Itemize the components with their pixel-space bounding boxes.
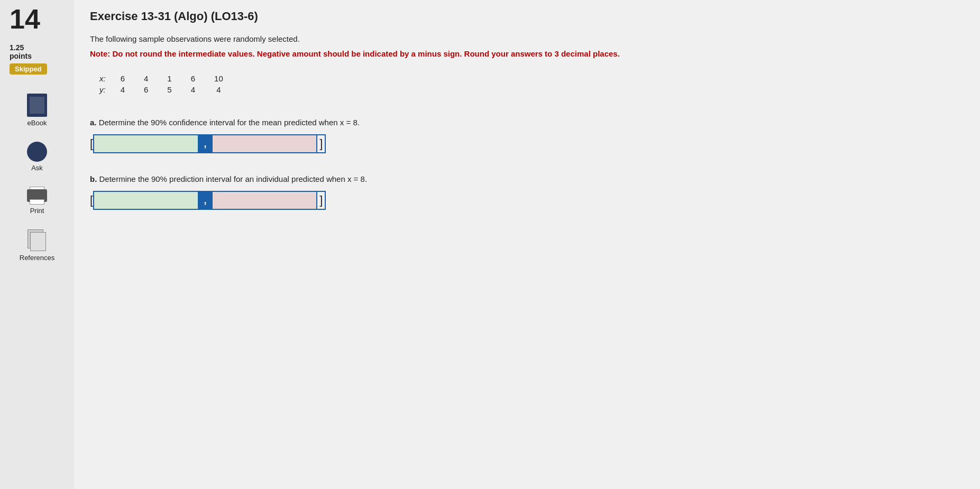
problem-note: Note: Do not round the intermediate valu… [90,48,959,60]
table-row-x: x: 6 4 1 6 10 [90,73,233,84]
exercise-title: Exercise 13-31 (Algo) (LO13-6) [90,10,959,23]
interval-row-a: [ , ] [90,134,959,153]
ask-label: Ask [31,164,43,172]
main-content: Exercise 13-31 (Algo) (LO13-6) The follo… [74,0,980,489]
ask-icon [27,142,47,162]
input-b1[interactable] [93,191,199,210]
sidebar: 14 1.25 points Skipped eBook Ask [0,0,74,489]
x-val-3: 1 [158,73,181,84]
points-label: points [10,52,47,60]
x-label: x: [90,73,111,84]
x-val-1: 6 [111,73,134,84]
print-label: Print [30,207,44,215]
y-val-2: 6 [134,84,158,95]
data-table: x: 6 4 1 6 10 y: 4 6 5 4 4 [90,73,233,95]
sidebar-item-ask[interactable]: Ask [27,142,47,172]
points-section: 1.25 points Skipped [0,43,47,75]
input-a2[interactable] [212,134,317,153]
print-icon [27,187,47,205]
y-label: y: [90,84,111,95]
ebook-icon [27,94,47,117]
y-val-5: 4 [205,84,233,95]
part-a-label: a. Determine the 90% confidence interval… [90,118,959,127]
problem-text: The following sample observations were r… [90,33,959,45]
y-val-4: 4 [181,84,205,95]
references-icon [28,229,47,252]
separator-b: , [199,191,212,210]
ebook-label: eBook [28,119,47,127]
sidebar-item-ebook[interactable]: eBook [27,94,47,127]
table-row-y: y: 4 6 5 4 4 [90,84,233,95]
y-val-1: 4 [111,84,134,95]
x-val-2: 4 [134,73,158,84]
y-val-3: 5 [158,84,181,95]
separator-a: , [199,134,212,153]
part-b-label: b. Determine the 90% prediction interval… [90,174,959,183]
sidebar-icon-group: eBook Ask Print [0,94,74,276]
sidebar-item-print[interactable]: Print [27,187,47,215]
skipped-badge: Skipped [10,63,47,75]
interval-row-b: [ , ] [90,191,959,210]
references-label: References [20,254,54,262]
x-val-5: 10 [205,73,233,84]
question-number: 14 [0,5,40,33]
points-value: 1.25 [10,43,47,52]
part-a-text: Determine the 90% confidence interval fo… [99,118,360,127]
right-bracket-b: ] [317,191,326,210]
x-val-4: 6 [181,73,205,84]
input-a1[interactable] [93,134,199,153]
sidebar-item-references[interactable]: References [20,229,54,262]
part-a-bold: a. [90,118,97,127]
part-b-bold: b. [90,174,97,183]
input-b2[interactable] [212,191,317,210]
part-b-text: Determine the 90% prediction interval fo… [99,174,368,183]
right-bracket-a: ] [317,134,326,153]
